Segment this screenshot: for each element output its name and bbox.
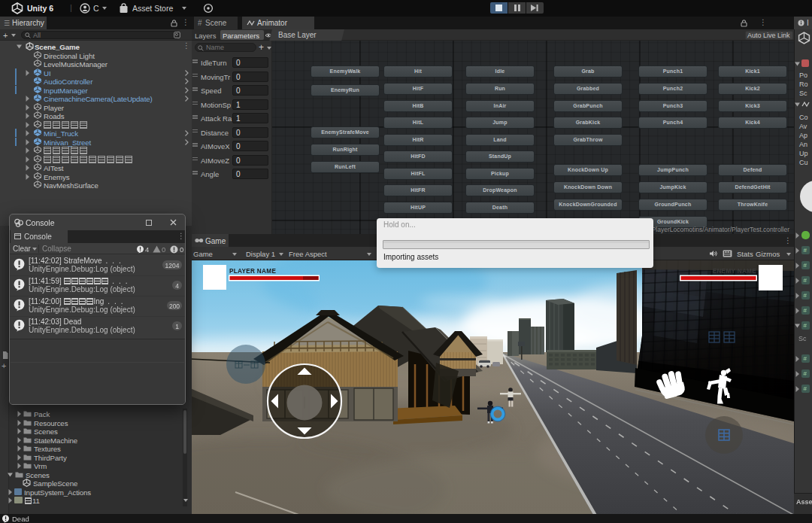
svg-text:PLAYER NAME: PLAYER NAME [229, 268, 276, 275]
svg-text:ENEMY NAME: ENEMY NAME [713, 268, 757, 275]
